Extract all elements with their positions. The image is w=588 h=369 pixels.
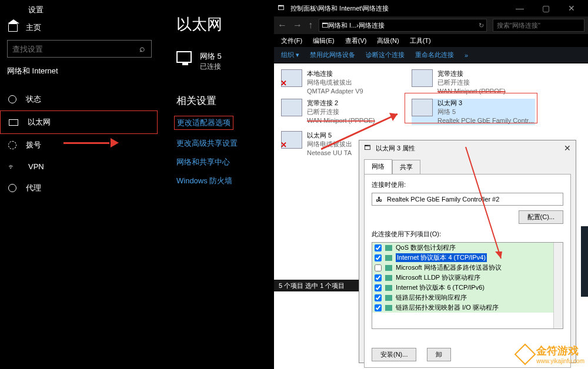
dlg-tabs: 网络 共享 xyxy=(359,156,576,174)
tb-rename[interactable]: 重命名此连接 xyxy=(415,51,454,59)
install-button[interactable]: 安装(N)... xyxy=(372,348,416,361)
nav-proxy[interactable]: 代理 xyxy=(0,177,158,199)
protocol-icon xyxy=(385,295,392,301)
menu-advanced[interactable]: 高级(N) xyxy=(377,36,399,45)
adapter-item[interactable]: 宽带连接 已断开连接 WAN Miniport (PPPOE) xyxy=(412,69,535,96)
vpn-icon: ᯤ xyxy=(8,163,19,171)
link-network-center[interactable]: 网络和共享中心 xyxy=(176,157,275,167)
dlg-panel: 连接时使用: 🖧 Realtek PCIe GbE Family Control… xyxy=(364,174,571,368)
protocol-icon xyxy=(385,285,392,291)
device-field: 🖧 Realtek PCIe GbE Family Controller #2 xyxy=(372,193,563,206)
forward-button[interactable]: → xyxy=(293,20,302,31)
device-name: Realtek PCIe GbE Family Controller #2 xyxy=(387,196,499,203)
settings-main: 以太网 网络 5 已连接 相关设置 更改适配器选项 更改高级共享设置 网络和共享… xyxy=(176,14,275,194)
protocol-icon xyxy=(385,245,392,251)
protocol-item[interactable]: Internet 协议版本 6 (TCP/IPv6) xyxy=(372,283,563,293)
link-adapter-options[interactable]: 更改适配器选项 xyxy=(174,116,233,130)
section-header: 网络和 Internet xyxy=(7,66,58,76)
adapter-item[interactable]: 本地连接 网络电缆被拔出 QMTAP Adapter V9 xyxy=(281,69,405,96)
breadcrumb[interactable]: 🗔 网络和 I... › 网络连接 ↻ xyxy=(319,19,487,32)
close-button[interactable]: ✕ xyxy=(559,4,584,13)
bc-2[interactable]: 网络连接 xyxy=(359,21,385,30)
item-checkbox[interactable] xyxy=(375,274,382,281)
protocol-item[interactable]: Microsoft 网络适配器多路传送器协议 xyxy=(372,263,563,273)
annotation-arrow-1 xyxy=(64,139,119,146)
back-button[interactable]: ← xyxy=(278,20,287,31)
protocol-item[interactable]: Microsoft LLDP 协议驱动程序 xyxy=(372,273,563,283)
items-label: 此连接使用下列项目(O): xyxy=(372,230,563,239)
dial-icon xyxy=(8,141,16,149)
globe-icon xyxy=(8,95,16,103)
up-button[interactable]: ↑ xyxy=(308,20,313,31)
protocol-icon xyxy=(385,255,392,261)
tab-network[interactable]: 网络 xyxy=(364,159,392,174)
window-controls: — ▢ ✕ xyxy=(507,4,584,13)
minimize-button[interactable]: — xyxy=(507,4,533,13)
protocol-item[interactable]: Internet 协议版本 4 (TCP/IPv4) xyxy=(372,253,563,263)
item-checkbox[interactable] xyxy=(375,244,382,251)
protocol-item[interactable]: 链路层拓扑发现响应程序 xyxy=(372,293,563,303)
cp-titlebar[interactable]: 🗔 控制面板\网络和 Internet\网络连接 — ▢ ✕ xyxy=(274,0,588,16)
protocol-icon xyxy=(385,275,392,281)
nav-vpn[interactable]: ᯤVPN xyxy=(0,156,158,177)
item-checkbox[interactable] xyxy=(375,284,382,291)
watermark-icon xyxy=(514,343,536,365)
monitor-icon xyxy=(9,119,18,126)
adapter-icon xyxy=(281,131,302,149)
scrollbar[interactable] xyxy=(553,243,563,328)
refresh-icon[interactable]: ↻ xyxy=(479,22,484,29)
nav-status[interactable]: 状态 xyxy=(0,88,158,110)
adapter-icon xyxy=(281,69,302,87)
bc-1[interactable]: 网络和 I... xyxy=(328,21,356,30)
item-checkbox[interactable] xyxy=(375,294,382,301)
tb-more[interactable]: » xyxy=(465,52,468,59)
protocol-icon xyxy=(385,265,392,271)
maximize-button[interactable]: ▢ xyxy=(533,4,559,13)
item-checkbox[interactable] xyxy=(375,254,382,261)
tab-sharing[interactable]: 共享 xyxy=(392,160,420,175)
menu-view[interactable]: 查看(V) xyxy=(345,36,367,45)
dlg-close-button[interactable]: ✕ xyxy=(564,143,571,153)
watermark-url: www.yikajinfu.com xyxy=(536,358,584,364)
network-name: 网络 5 xyxy=(200,51,222,62)
uninstall-button[interactable]: 卸 xyxy=(427,348,451,361)
watermark-name: 金符游戏 xyxy=(536,345,579,357)
search-icon[interactable]: ⌕ xyxy=(133,43,151,54)
cp-search[interactable] xyxy=(493,19,584,32)
dlg-icon: 🗔 xyxy=(364,144,372,152)
proxy-icon xyxy=(8,184,16,192)
cp-toolbar: 组织 ▾ 禁用此网络设备 诊断这个连接 重命名此连接 » xyxy=(274,47,588,63)
home-label: 主页 xyxy=(26,22,41,33)
watermark: 金符游戏 www.yikajinfu.com xyxy=(517,344,584,364)
link-sharing[interactable]: 更改高级共享设置 xyxy=(176,138,275,149)
cp-menu: 文件(F) 编辑(E) 查看(V) 高级(N) 工具(T) xyxy=(274,34,588,47)
item-checkbox[interactable] xyxy=(375,304,382,311)
dlg-title-text: 以太网 3 属性 xyxy=(376,144,415,153)
tb-disable[interactable]: 禁用此网络设备 xyxy=(310,51,355,59)
adapter-icon xyxy=(281,99,302,116)
network-icon xyxy=(176,51,192,63)
item-checkbox[interactable] xyxy=(375,264,382,271)
link-firewall[interactable]: Windows 防火墙 xyxy=(176,176,275,186)
menu-tools[interactable]: 工具(T) xyxy=(410,36,431,45)
settings-window: 设置 主页 ⌕ 网络和 Internet 状态 以太网 拨号 ᯤVPN 代理 以… xyxy=(0,0,275,369)
nic-icon: 🖧 xyxy=(376,196,382,203)
cp-title: 控制面板\网络和 Internet\网络连接 xyxy=(290,4,389,13)
dlg-titlebar[interactable]: 🗔 以太网 3 属性 ✕ xyxy=(359,140,576,156)
tb-diagnose[interactable]: 诊断这个连接 xyxy=(366,51,405,59)
home-row[interactable]: 主页 xyxy=(8,22,41,33)
network-row[interactable]: 网络 5 已连接 xyxy=(176,51,275,72)
menu-file[interactable]: 文件(F) xyxy=(281,36,302,45)
adapter-icon xyxy=(412,69,433,87)
search-box[interactable]: ⌕ xyxy=(7,40,152,58)
cp-icon: 🗔 xyxy=(278,4,286,12)
protocol-item[interactable]: 链路层拓扑发现映射器 I/O 驱动程序 xyxy=(372,303,563,313)
items-list[interactable]: QoS 数据包计划程序 Internet 协议版本 4 (TCP/IPv4) M… xyxy=(372,242,563,329)
tb-organize[interactable]: 组织 ▾ xyxy=(281,51,299,59)
configure-button[interactable]: 配置(C)... xyxy=(519,210,563,224)
search-input[interactable] xyxy=(8,45,133,53)
settings-title: 设置 xyxy=(28,5,44,15)
nav-ethernet[interactable]: 以太网 xyxy=(0,110,158,134)
protocol-item[interactable]: QoS 数据包计划程序 xyxy=(372,243,563,253)
menu-edit[interactable]: 编辑(E) xyxy=(313,36,335,45)
